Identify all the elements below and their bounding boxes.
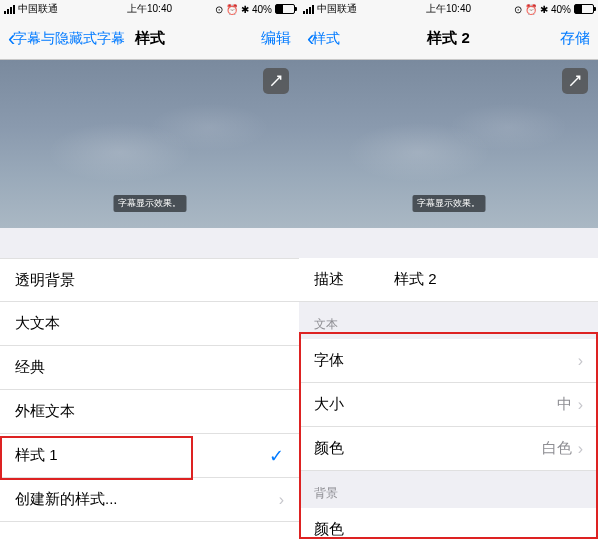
save-button[interactable]: 存储: [560, 29, 590, 48]
edit-button[interactable]: 编辑: [261, 29, 291, 48]
bg-color-row[interactable]: 颜色: [299, 508, 598, 539]
status-time: 上午10:40: [426, 2, 471, 16]
style-option-transparent[interactable]: 透明背景: [0, 258, 299, 302]
bg-section-header: 背景: [299, 471, 598, 508]
nav-bar: ‹ 字幕与隐藏式字幕 样式 编辑: [0, 18, 299, 60]
status-time: 上午10:40: [127, 2, 172, 16]
alarm-icon: ⊙: [215, 4, 223, 15]
phone-right: 中国联通 上午10:40 ⊙ ⏰ ✱ 40% ‹ 样式 样式 2 存储 字幕显示…: [299, 0, 598, 539]
back-label: 字幕与隐藏式字幕: [13, 30, 125, 48]
checkmark-icon: ✓: [269, 445, 284, 467]
style-list: 透明背景 大文本 经典 外框文本 样式 1 ✓ 创建新的样式... ›: [0, 258, 299, 522]
description-label: 描述: [314, 270, 394, 289]
clock-icon: ⏰: [525, 4, 537, 15]
expand-button[interactable]: [562, 68, 588, 94]
style-option-large-text[interactable]: 大文本: [0, 302, 299, 346]
chevron-right-icon: ›: [578, 440, 583, 458]
chevron-right-icon: ›: [578, 396, 583, 414]
expand-icon: [269, 74, 283, 88]
expand-button[interactable]: [263, 68, 289, 94]
nav-bar: ‹ 样式 样式 2 存储: [299, 18, 598, 60]
battery-icon: [574, 4, 594, 14]
style-option-classic[interactable]: 经典: [0, 346, 299, 390]
status-bar: 中国联通 上午10:40 ⊙ ⏰ ✱ 40%: [299, 0, 598, 18]
caption-preview: 字幕显示效果。: [0, 60, 299, 228]
battery-icon: [275, 4, 295, 14]
signal-icon: [4, 5, 15, 14]
caption-preview: 字幕显示效果。: [299, 60, 598, 228]
back-button[interactable]: ‹ 样式: [307, 26, 340, 52]
color-value: 白色: [542, 439, 572, 458]
battery-percent: 40%: [252, 4, 272, 15]
caption-demo-text: 字幕显示效果。: [412, 195, 485, 212]
style-option-style1[interactable]: 样式 1 ✓: [0, 434, 299, 478]
nav-title: 样式: [135, 29, 165, 48]
description-value: 样式 2: [394, 270, 437, 289]
back-button[interactable]: ‹ 字幕与隐藏式字幕: [8, 26, 125, 52]
expand-icon: [568, 74, 582, 88]
text-color-row[interactable]: 颜色 白色 ›: [299, 427, 598, 471]
size-value: 中: [557, 395, 572, 414]
caption-demo-text: 字幕显示效果。: [113, 195, 186, 212]
back-label: 样式: [312, 30, 340, 48]
create-new-style[interactable]: 创建新的样式... ›: [0, 478, 299, 522]
description-row[interactable]: 描述 样式 2: [299, 258, 598, 302]
text-section-header: 文本: [299, 302, 598, 339]
font-row[interactable]: 字体 ›: [299, 339, 598, 383]
style-option-outline[interactable]: 外框文本: [0, 390, 299, 434]
size-row[interactable]: 大小 中 ›: [299, 383, 598, 427]
signal-icon: [303, 5, 314, 14]
spacer: [299, 228, 598, 258]
carrier-label: 中国联通: [18, 2, 58, 16]
phone-left: 中国联通 上午10:40 ⊙ ⏰ ✱ 40% ‹ 字幕与隐藏式字幕 样式 编辑 …: [0, 0, 299, 539]
chevron-right-icon: ›: [279, 491, 284, 509]
bluetooth-icon: ✱: [241, 4, 249, 15]
bluetooth-icon: ✱: [540, 4, 548, 15]
chevron-right-icon: ›: [578, 352, 583, 370]
nav-title: 样式 2: [427, 29, 470, 48]
status-bar: 中国联通 上午10:40 ⊙ ⏰ ✱ 40%: [0, 0, 299, 18]
spacer: [0, 228, 299, 258]
clock-icon: ⏰: [226, 4, 238, 15]
battery-percent: 40%: [551, 4, 571, 15]
carrier-label: 中国联通: [317, 2, 357, 16]
alarm-icon: ⊙: [514, 4, 522, 15]
